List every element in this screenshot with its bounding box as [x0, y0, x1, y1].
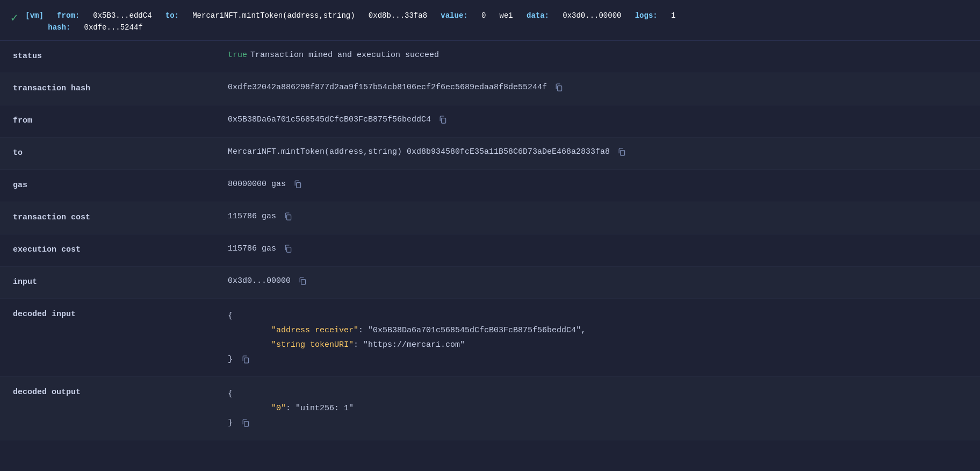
svg-rect-7	[244, 358, 249, 363]
header-to-label: to:	[165, 11, 179, 20]
decoded-output-label: decoded output	[13, 387, 228, 397]
svg-rect-1	[442, 118, 446, 123]
copy-icon	[554, 83, 563, 91]
decoded-input-uri-entry: "string tokenURI": "https://mercari.com"	[228, 338, 586, 352]
header-logs-value: 1	[671, 11, 675, 20]
success-icon: ✓	[11, 11, 18, 25]
from-copy-button[interactable]	[438, 115, 447, 124]
copy-icon	[241, 418, 250, 427]
decoded-input-address-entry: "address receiver": "0x5B38Da6a701c56854…	[228, 323, 586, 338]
svg-rect-4	[287, 215, 291, 220]
header-row: ✓ [vm] from: 0x5B3...eddC4 to: MercariNF…	[0, 0, 980, 41]
decoded-input-uri-key: "string tokenURI"	[271, 340, 354, 349]
transaction-cost-text: 115786 gas	[228, 212, 276, 221]
copy-icon	[438, 115, 447, 124]
transaction-hash-label: transaction hash	[13, 83, 228, 93]
svg-rect-6	[301, 279, 306, 284]
from-row: from 0x5B38Da6a701c568545dCfcB03FcB875f5…	[0, 105, 980, 138]
from-address-text: 0x5B38Da6a701c568545dCfcB03FcB875f56bedd…	[228, 115, 431, 124]
transaction-cost-copy-button[interactable]	[284, 212, 292, 220]
input-value: 0x3d0...00000	[228, 276, 967, 286]
copy-icon	[298, 276, 307, 285]
transaction-cost-value: 115786 gas	[228, 212, 967, 221]
gas-label: gas	[13, 180, 228, 190]
input-row: input 0x3d0...00000	[0, 267, 980, 299]
input-text: 0x3d0...00000	[228, 276, 291, 286]
copy-icon	[284, 212, 292, 220]
execution-cost-row: execution cost 115786 gas	[0, 234, 980, 267]
decoded-input-json: { "address receiver": "0x5B38Da6a701c568…	[228, 309, 586, 367]
decoded-output-zero-val: "uint256: 1"	[296, 404, 354, 413]
status-row: status true Transaction mined and execut…	[0, 41, 980, 73]
decoded-output-copy-button[interactable]	[241, 418, 250, 427]
decoded-input-close-brace-row: }	[228, 352, 586, 367]
execution-cost-label: execution cost	[13, 244, 228, 254]
copy-icon	[284, 244, 292, 253]
to-value: MercariNFT.mintToken(address,string) 0xd…	[228, 147, 967, 156]
decoded-output-open-brace: {	[228, 387, 354, 401]
transaction-cost-row: transaction cost 115786 gas	[0, 202, 980, 234]
status-true-text: true	[228, 51, 247, 60]
transaction-hash-value: 0xdfe32042a886298f877d2aa9f157b54cb8106e…	[228, 83, 967, 92]
copy-icon	[617, 147, 626, 156]
transaction-hash-text: 0xdfe32042a886298f877d2aa9f157b54cb8106e…	[228, 83, 547, 92]
transaction-hash-row: transaction hash 0xdfe32042a886298f877d2…	[0, 73, 980, 105]
to-label: to	[13, 147, 228, 158]
svg-rect-5	[287, 247, 291, 252]
decoded-input-address-key: "address receiver"	[271, 326, 358, 335]
content: status true Transaction mined and execut…	[0, 41, 980, 440]
gas-copy-button[interactable]	[293, 180, 302, 188]
to-copy-button[interactable]	[617, 147, 626, 156]
decoded-input-uri-val: "https://mercari.com"	[363, 340, 465, 349]
decoded-output-value: { "0": "uint256: 1" }	[228, 387, 967, 430]
status-label: status	[13, 51, 228, 61]
header-value-value: 0	[481, 11, 486, 20]
decoded-output-close-brace-row: }	[228, 416, 354, 430]
input-copy-button[interactable]	[298, 276, 307, 285]
from-label: from	[13, 115, 228, 125]
copy-icon	[241, 355, 250, 363]
svg-rect-0	[558, 85, 562, 91]
header-logs-label: logs:	[635, 11, 658, 20]
from-value: 0x5B38Da6a701c568545dCfcB03FcB875f56bedd…	[228, 115, 967, 124]
gas-row: gas 80000000 gas	[0, 170, 980, 202]
decoded-input-copy-button[interactable]	[241, 355, 250, 363]
to-row: to MercariNFT.mintToken(address,string) …	[0, 138, 980, 170]
decoded-input-open-brace: {	[228, 309, 586, 323]
header-data-label: data:	[527, 11, 549, 20]
status-description: Transaction mined and execution succeed	[250, 51, 439, 60]
header-data-value: 0x3d0...00000	[563, 11, 621, 20]
decoded-input-value: { "address receiver": "0x5B38Da6a701c568…	[228, 309, 967, 367]
header-to-addr: 0xd8b...33fa8	[369, 11, 427, 20]
header-to-value: MercariNFT.mintToken(address,string)	[192, 11, 355, 20]
copy-icon	[293, 180, 302, 188]
transaction-panel: ✓ [vm] from: 0x5B3...eddC4 to: MercariNF…	[0, 0, 980, 440]
gas-value: 80000000 gas	[228, 180, 967, 189]
decoded-output-zero-entry: "0": "uint256: 1"	[228, 401, 354, 416]
vm-label: [vm]	[25, 11, 44, 20]
header-hash-label: hash:	[48, 23, 70, 32]
execution-cost-value: 115786 gas	[228, 244, 967, 253]
input-label: input	[13, 276, 228, 287]
header-text: [vm] from: 0x5B3...eddC4 to: MercariNFT.…	[25, 10, 675, 34]
decoded-output-zero-key: "0"	[271, 404, 286, 413]
decoded-input-close-brace: }	[228, 352, 233, 367]
decoded-input-address-val: "0x5B38Da6a701c568545dCfcB03FcB875f56bed…	[368, 326, 581, 335]
execution-cost-copy-button[interactable]	[284, 244, 292, 253]
svg-rect-8	[244, 422, 249, 427]
svg-rect-2	[621, 150, 625, 155]
header-hash-value: 0xdfe...5244f	[84, 23, 143, 32]
header-value-unit: wei	[500, 11, 513, 20]
status-value: true Transaction mined and execution suc…	[228, 51, 967, 60]
gas-amount-text: 80000000 gas	[228, 180, 286, 189]
svg-rect-3	[297, 182, 301, 188]
execution-cost-text: 115786 gas	[228, 244, 276, 253]
decoded-input-label: decoded input	[13, 309, 228, 319]
decoded-output-json: { "0": "uint256: 1" }	[228, 387, 354, 430]
header-from-label: from:	[57, 11, 80, 20]
decoded-input-row: decoded input { "address receiver": "0x5…	[0, 299, 980, 377]
decoded-output-close-brace: }	[228, 416, 233, 430]
transaction-hash-copy-button[interactable]	[554, 83, 563, 91]
to-contract-text: MercariNFT.mintToken(address,string) 0xd…	[228, 147, 610, 156]
header-value-label: value:	[441, 11, 467, 20]
